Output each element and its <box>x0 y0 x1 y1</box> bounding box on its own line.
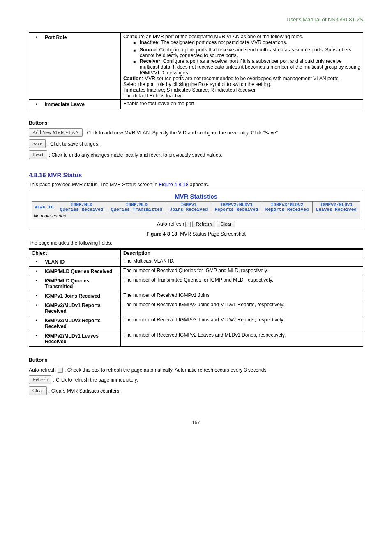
role-text: : Configure a port as a receiver port if… <box>140 58 360 76</box>
intro-text: This page provides MVR status. The MVR S… <box>29 182 159 187</box>
button-desc: : Click to save changes. <box>47 141 99 147</box>
stats-header-cell: IGMPv2/MLDv1Leaves Received <box>312 202 360 213</box>
fields-header-desc: Description <box>121 249 363 257</box>
row-intro: Configure an MVR port of the designated … <box>123 34 360 39</box>
port-role-table: Port Role Configure an MVR port of the d… <box>29 32 363 110</box>
field-desc: The number of Received IGMPv3 Joins and … <box>121 316 363 331</box>
field-desc: The number of Transmitted Queries for IG… <box>121 276 363 291</box>
save-button[interactable]: Save <box>29 139 46 148</box>
mvr-statistics-screenshot: MVR Statistics VLAN IDIGMP/MLDQueries Re… <box>29 190 363 230</box>
autorefresh-text-a: Auto-refresh <box>29 367 56 373</box>
add-mvr-vlan-button[interactable]: Add New MVR VLAN <box>29 128 83 137</box>
field-desc: The Multicast VLAN ID. <box>121 257 363 267</box>
field-object: IGMPv2/MLDv1 Leaves Received <box>45 333 114 345</box>
figure-caption-num: Figure 4-8-18: <box>146 231 179 237</box>
fields-intro: The page includes the following fields: <box>29 240 363 246</box>
auto-refresh-label: Auto-refresh <box>157 221 184 227</box>
buttons-heading: Buttons <box>29 357 47 363</box>
buttons-heading: Buttons <box>29 120 47 126</box>
button-desc: : Click to undo any changes made locally… <box>49 152 222 158</box>
page-header: User's Manual of NS3550-8T-2S <box>29 16 363 23</box>
refresh-button[interactable]: Refresh <box>29 375 51 384</box>
fields-header-object: Object <box>29 249 121 257</box>
row-object-label: Port Role <box>45 35 67 40</box>
refresh-button[interactable]: Refresh <box>192 221 216 227</box>
role-label: Inactive <box>140 39 158 45</box>
field-object: IGMPv1 Joins Received <box>45 293 100 299</box>
no-entries-text: No more entries <box>32 213 360 219</box>
stats-header-cell: IGMPv2/MLDv1Reports Received <box>211 202 262 213</box>
role-label: Source <box>140 47 157 53</box>
stats-header-cell: IGMP/MLDQueries Transmitted <box>107 202 166 213</box>
autorefresh-text-b: : Check this box to refresh the page aut… <box>65 367 268 373</box>
section-number: 4.8.16 <box>29 171 46 178</box>
row-desc: Enable the fast leave on the port. <box>121 100 363 110</box>
row-object-label: Immediate Leave <box>45 102 85 107</box>
field-desc: The number of Received IGMPv2 Joins and … <box>121 301 363 316</box>
figure-caption-text: MVR Status Page Screenshot <box>179 231 246 237</box>
caution-text: : MVR source ports are not recommended t… <box>142 76 340 81</box>
role-text: : Configure uplink ports that receive an… <box>140 47 351 58</box>
role-label: Receiver <box>140 58 160 64</box>
field-object: IGMPv2/MLDv1 Reports Received <box>45 303 114 314</box>
tail-text: Select the port role by clicking the Rol… <box>123 81 360 87</box>
reset-button[interactable]: Reset <box>29 150 47 159</box>
stats-header-cell: IGMPv3/MLDv2Reports Received <box>262 202 312 213</box>
field-object: IGMP/MLD Queries Received <box>45 268 112 274</box>
screenshot-title: MVR Statistics <box>32 193 360 200</box>
stats-table: VLAN IDIGMP/MLDQueries ReceivedIGMP/MLDQ… <box>32 201 360 219</box>
auto-refresh-checkbox[interactable] <box>185 222 191 227</box>
button-desc: : Clears MVR Statistics counters. <box>48 388 120 394</box>
auto-refresh-checkbox-icon <box>58 368 63 373</box>
page-number: 157 <box>29 420 363 426</box>
field-object: IGMPv3/MLDv2 Reports Received <box>45 318 114 329</box>
stats-header-cell: IGMP/MLDQueries Received <box>56 202 107 213</box>
button-desc: : Click to add new MVR VLAN. Specify the… <box>84 130 278 136</box>
stats-header-cell: VLAN ID <box>32 202 56 213</box>
clear-button[interactable]: Clear <box>217 221 235 227</box>
clear-button[interactable]: Clear <box>29 386 47 395</box>
tail-text: The default Role is Inactive. <box>123 93 360 99</box>
button-desc: : Click to refresh the page immediately. <box>53 377 138 383</box>
section-title: MVR Status <box>48 171 82 178</box>
intro-text: appears. <box>189 182 209 187</box>
figure-link[interactable]: Figure 4-8-18 <box>159 182 189 187</box>
tail-text: I indicates Inactive; S indicates Source… <box>123 87 360 93</box>
field-object: VLAN ID <box>45 259 65 265</box>
field-desc: The number of Received IGMPv2 Leaves and… <box>121 331 363 347</box>
fields-table: Object Description VLAN IDThe Multicast … <box>29 248 363 347</box>
caution-label: Caution <box>123 76 142 81</box>
stats-header-cell: IGMPv1Joins Received <box>166 202 211 213</box>
role-text: : The designated port does not participa… <box>158 39 287 45</box>
field-desc: The number of Received IGMPv1 Joins. <box>121 291 363 301</box>
field-desc: The number of Received Queries for IGMP … <box>121 267 363 276</box>
field-object: IGMP/MLD Queries Transmitted <box>45 278 114 289</box>
